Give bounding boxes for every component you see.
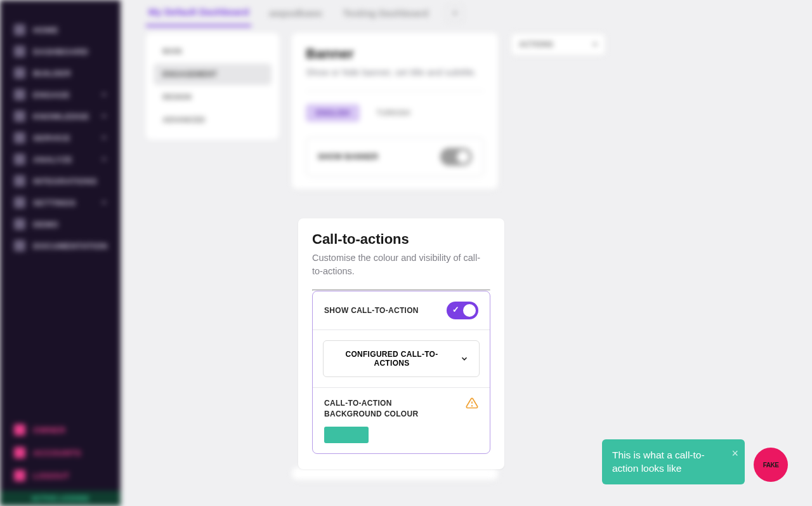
- show-banner-label: SHOW BANNER: [318, 152, 378, 161]
- show-cta-label: SHOW CALL-TO-ACTION: [324, 306, 419, 315]
- license-badge: ACTIVE LICENSE: [0, 491, 121, 506]
- cta-bg-color-swatch[interactable]: [324, 427, 369, 443]
- nav-owner[interactable]: OWNER: [0, 418, 121, 441]
- actions-dropdown[interactable]: ACTIONS: [511, 33, 606, 56]
- builder-icon: [14, 67, 25, 79]
- add-tab-button[interactable]: +: [446, 4, 464, 22]
- doc-icon: [14, 240, 25, 251]
- settings-design[interactable]: DESIGN: [154, 86, 272, 108]
- nav-service[interactable]: SERVICE: [0, 127, 121, 149]
- nav-knowledge[interactable]: KNOWLEDGE: [0, 105, 121, 127]
- service-icon: [14, 132, 25, 143]
- warning-icon: [466, 397, 478, 409]
- chevron-down-icon: [102, 115, 107, 118]
- home-icon: [14, 24, 25, 36]
- logout-icon: [14, 470, 25, 481]
- cta-subtitle: Customise the colour and visibility of c…: [312, 251, 490, 278]
- tab-awpodkawc[interactable]: awpodkawc: [266, 1, 325, 26]
- nav-home[interactable]: HOME: [0, 19, 121, 41]
- owner-icon: [14, 424, 25, 436]
- sidebar: HOME DASHBOARD BUILDER ENGAGE KNOWLEDGE …: [0, 0, 121, 506]
- lang-english[interactable]: ENGLISH: [306, 104, 360, 122]
- chevron-down-icon: [460, 354, 469, 363]
- lang-turkish[interactable]: TURKISH: [366, 104, 420, 122]
- close-icon[interactable]: ×: [731, 446, 738, 462]
- accounts-icon: [14, 447, 25, 458]
- settings-main[interactable]: MAIN: [154, 41, 272, 62]
- cta-preview-popup: This is what a call-to-action looks like…: [602, 439, 745, 484]
- nav-builder[interactable]: BUILDER: [0, 62, 121, 84]
- settings-advanced[interactable]: ADVANCED: [154, 109, 272, 131]
- integrations-icon: [14, 175, 25, 187]
- nav-integrations[interactable]: INTEGRATIONS: [0, 170, 121, 192]
- dashboard-tabs: My Default Dashboard awpodkawc Testing D…: [146, 0, 787, 27]
- knowledge-icon: [14, 110, 25, 122]
- show-cta-toggle[interactable]: [447, 302, 478, 319]
- chevron-down-icon: [102, 158, 107, 161]
- svg-point-1: [472, 406, 473, 406]
- fake-fab-button[interactable]: FAKE: [754, 448, 788, 482]
- settings-engagement[interactable]: ENGAGEMENT: [154, 63, 272, 85]
- banner-title: Banner: [306, 46, 484, 62]
- cta-card: Call-to-actions Customise the colour and…: [298, 218, 504, 469]
- chevron-down-icon: [102, 93, 107, 97]
- chevron-down-icon: [102, 201, 107, 204]
- analyze-icon: [14, 154, 25, 165]
- demo-icon: [14, 218, 25, 230]
- dashboard-icon: [14, 46, 25, 57]
- tab-testing-dashboard[interactable]: Testing Dashboard: [341, 1, 431, 26]
- nav-demo[interactable]: DEMO: [0, 213, 121, 235]
- engage-icon: [14, 89, 25, 100]
- chevron-down-icon: [593, 43, 598, 46]
- nav-documentation[interactable]: DOCUMENTATION: [0, 235, 121, 256]
- show-banner-row: SHOW BANNER: [306, 137, 484, 176]
- nav-dashboard[interactable]: DASHBOARD: [0, 41, 121, 62]
- show-banner-toggle[interactable]: [440, 148, 472, 166]
- nav-logout[interactable]: LOGOUT: [0, 464, 121, 487]
- nav-engage[interactable]: ENGAGE: [0, 84, 121, 105]
- cta-title: Call-to-actions: [312, 231, 490, 248]
- banner-subtitle: Show or hide banner, set title and subti…: [306, 66, 484, 79]
- chevron-down-icon: [102, 136, 107, 140]
- show-cta-row: SHOW CALL-TO-ACTION: [313, 291, 490, 330]
- next-card-peek: [292, 467, 498, 480]
- nav-analyze[interactable]: ANALYZE: [0, 149, 121, 170]
- settings-icon: [14, 197, 25, 208]
- tab-default-dashboard[interactable]: My Default Dashboard: [146, 0, 251, 27]
- configured-cta-dropdown[interactable]: CONFIGURED CALL-TO-ACTIONS: [323, 340, 480, 377]
- cta-bg-label: CALL-TO-ACTION BACKGROUND COLOUR: [324, 398, 451, 420]
- settings-category-list: MAIN ENGAGEMENT DESIGN ADVANCED: [146, 33, 279, 140]
- banner-card: Banner Show or hide banner, set title an…: [292, 33, 498, 189]
- nav-accounts[interactable]: ACCOUNTS: [0, 441, 121, 464]
- nav-settings[interactable]: SETTINGS: [0, 192, 121, 213]
